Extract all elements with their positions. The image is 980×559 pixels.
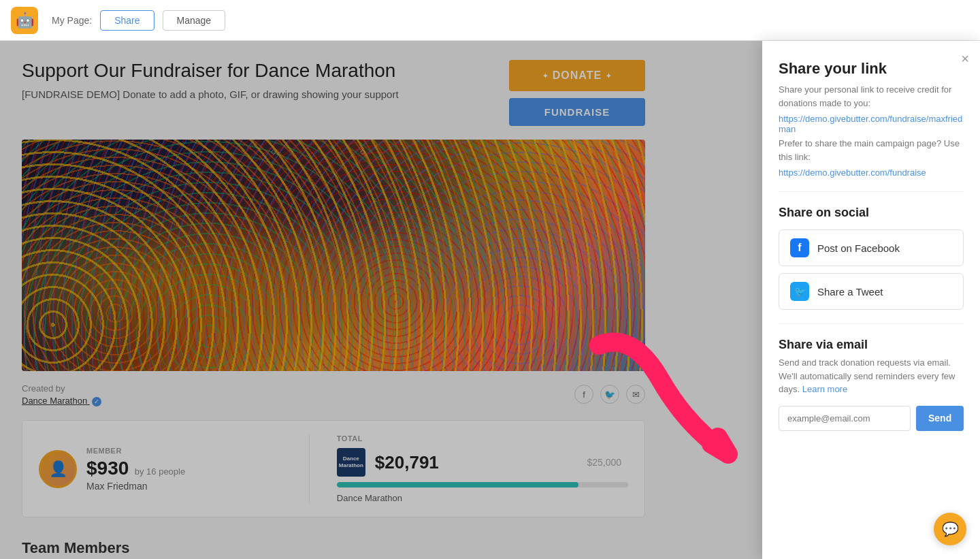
overlay[interactable] xyxy=(0,41,762,559)
header: 🤖 My Page: Share Manage xyxy=(0,0,980,41)
share-button[interactable]: Share xyxy=(100,10,154,31)
twitter-share-button[interactable]: 🐦 Share a Tweet xyxy=(779,273,964,310)
main-campaign-text: Prefer to share the main campaign page? … xyxy=(779,137,964,163)
main-campaign-link[interactable]: https://demo.givebutter.com/fundraise xyxy=(779,167,964,178)
chat-bubble[interactable]: 💬 xyxy=(934,513,966,545)
email-input[interactable] xyxy=(779,406,911,431)
email-section-title: Share via email xyxy=(779,338,964,352)
social-section-title: Share on social xyxy=(779,206,964,220)
email-section: Share via email Send and track donation … xyxy=(779,323,964,431)
email-input-row: Send xyxy=(779,406,964,431)
close-button[interactable]: × xyxy=(961,52,969,65)
learn-more-link[interactable]: Learn more xyxy=(802,384,847,394)
facebook-icon: f xyxy=(790,238,809,257)
social-section: Share on social f Post on Facebook 🐦 Sha… xyxy=(779,191,964,310)
panel-title: Share your link xyxy=(779,60,964,78)
my-page-label: My Page: xyxy=(52,15,92,26)
email-desc: Send and track donation requests via ema… xyxy=(779,356,964,396)
facebook-post-button[interactable]: f Post on Facebook xyxy=(779,229,964,266)
send-button[interactable]: Send xyxy=(916,406,964,431)
panel-subtitle: Share your personal link to receive cred… xyxy=(779,83,964,110)
twitter-icon: 🐦 xyxy=(790,282,809,301)
manage-button[interactable]: Manage xyxy=(163,10,226,31)
share-panel: × Share your link Share your personal li… xyxy=(762,41,980,559)
main-content: Support Our Fundraiser for Dance Maratho… xyxy=(0,41,980,559)
personal-link[interactable]: https://demo.givebutter.com/fundraise/ma… xyxy=(779,114,964,134)
app-logo: 🤖 xyxy=(11,7,38,34)
